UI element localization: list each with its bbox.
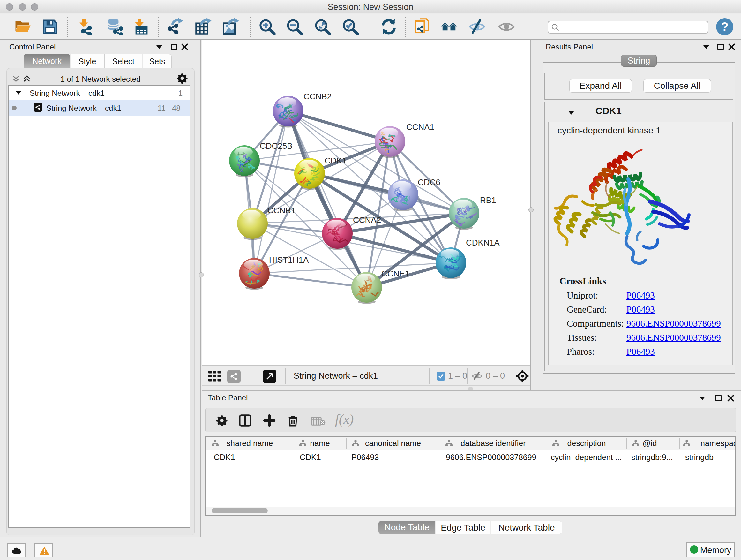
svg-text:CCNE1: CCNE1 xyxy=(381,269,409,278)
svg-text:CDK1: CDK1 xyxy=(325,156,347,165)
svg-text:CCNA1: CCNA1 xyxy=(406,122,434,132)
svg-text:CDC25B: CDC25B xyxy=(260,141,293,151)
svg-text:RB1: RB1 xyxy=(480,195,496,205)
svg-text:CCNA2: CCNA2 xyxy=(353,215,381,225)
svg-text:CCNB1: CCNB1 xyxy=(267,206,295,215)
svg-text:CCNB2: CCNB2 xyxy=(304,91,332,101)
svg-text:CDKN1A: CDKN1A xyxy=(466,238,500,247)
svg-text:HIST1H1A: HIST1H1A xyxy=(269,255,309,265)
svg-text:CDC6: CDC6 xyxy=(418,178,441,187)
